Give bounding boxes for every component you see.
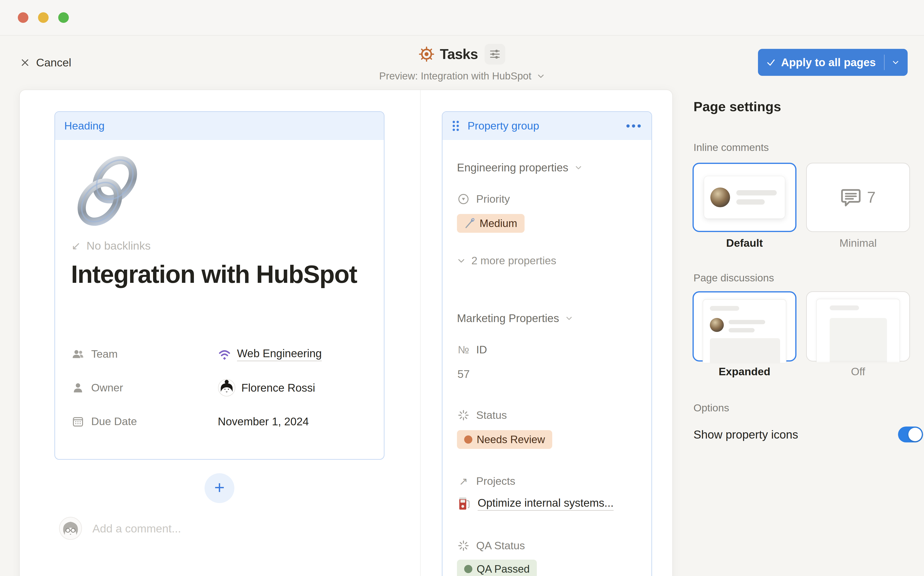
more-properties-toggle[interactable]: 2 more properties: [457, 254, 556, 267]
chevron-down-icon: [565, 314, 573, 322]
heading-section-label: Heading: [64, 120, 105, 132]
qa-status-property-row: QA Status: [457, 537, 525, 554]
expanded-option-label: Expanded: [693, 365, 796, 378]
toggle-knob: [908, 428, 922, 441]
page-title: Tasks: [440, 46, 478, 62]
page-settings-title: Page settings: [694, 99, 781, 114]
comment-count: 7: [867, 189, 876, 206]
fuel-pump-icon: [457, 496, 472, 511]
current-user-avatar: [59, 517, 82, 540]
check-icon: [766, 58, 776, 67]
status-dot-icon: [464, 435, 472, 443]
engineering-group-header[interactable]: Engineering properties: [457, 161, 582, 174]
status-value-text: Needs Review: [477, 434, 545, 446]
backlinks-row[interactable]: ↙ No backlinks: [72, 239, 151, 252]
chain-links-page-icon: [70, 153, 145, 227]
property-group-band: Property group •••: [442, 112, 651, 140]
close-window-button[interactable]: [18, 12, 29, 23]
priority-label: Priority: [476, 193, 510, 205]
team-value[interactable]: Web Engineering: [218, 344, 322, 364]
preview-page-dropdown[interactable]: Preview: Integration with HubSpot: [379, 70, 545, 82]
heading-section-card[interactable]: Heading ↙ No backlinks Integration with …: [54, 111, 385, 460]
add-comment-input[interactable]: [93, 522, 309, 535]
column-divider: [420, 90, 421, 576]
discussions-expanded-option[interactable]: [693, 291, 796, 362]
due-date-value-text: November 1, 2024: [218, 415, 309, 428]
options-label: Options: [694, 402, 729, 414]
due-date-property-row: Due Date: [71, 412, 137, 431]
minimal-option-label: Minimal: [806, 237, 910, 250]
inline-comments-minimal-option[interactable]: 7: [806, 163, 910, 232]
zoom-window-button[interactable]: [58, 12, 69, 23]
default-option-label: Default: [693, 237, 796, 250]
projects-property-row: ↗ Projects: [457, 472, 515, 490]
comment-composer: [59, 517, 309, 540]
window-titlebar: [0, 0, 924, 36]
property-group-card[interactable]: Property group ••• Engineering propertie…: [442, 111, 652, 576]
preview-label: Preview: Integration with HubSpot: [379, 70, 531, 82]
due-date-value[interactable]: November 1, 2024: [218, 412, 309, 431]
priority-property-row: Priority: [457, 190, 510, 208]
drag-handle-icon[interactable]: [451, 119, 460, 133]
florence-avatar: [218, 379, 236, 397]
discussions-off-option[interactable]: [806, 291, 910, 362]
mini-comment-preview: [704, 176, 785, 219]
engineering-group-label: Engineering properties: [457, 161, 568, 174]
more-properties-label: 2 more properties: [471, 254, 556, 267]
page-preview-canvas: Heading ↙ No backlinks Integration with …: [19, 90, 673, 576]
needle-icon: [464, 218, 475, 229]
chevron-down-icon: [575, 164, 582, 171]
status-label: Status: [476, 409, 507, 421]
minimal-preview: 7: [841, 187, 876, 208]
no-backlinks-label: No backlinks: [87, 239, 151, 252]
owner-value[interactable]: Florence Rossi: [218, 378, 315, 397]
mini-avatar: [710, 187, 730, 207]
traffic-lights: [18, 12, 69, 23]
chevron-down-icon: [536, 72, 545, 80]
off-option-label: Off: [806, 365, 910, 378]
heading-section-band: Heading: [55, 112, 384, 140]
marketing-group-header[interactable]: Marketing Properties: [457, 312, 573, 325]
chevron-down-icon[interactable]: [892, 59, 900, 66]
priority-value-text: Medium: [480, 218, 517, 229]
owner-label: Owner: [91, 381, 123, 394]
more-options-icon[interactable]: •••: [626, 119, 643, 133]
backlink-arrow-icon: ↙: [72, 239, 81, 252]
show-property-icons-label: Show property icons: [694, 428, 798, 441]
sliders-icon: [489, 48, 501, 61]
comment-bubble-icon: [841, 187, 861, 208]
apply-to-all-pages-button[interactable]: Apply to all pages: [758, 49, 908, 76]
page-discussions-label: Page discussions: [694, 272, 774, 284]
marketing-group-label: Marketing Properties: [457, 312, 559, 325]
inline-comments-label: Inline comments: [694, 142, 769, 153]
show-property-icons-toggle[interactable]: [898, 427, 923, 442]
team-value-link[interactable]: Web Engineering: [237, 347, 322, 361]
id-value: 57: [457, 368, 470, 381]
view-settings-button[interactable]: [485, 44, 505, 64]
chevron-down-icon: [457, 256, 466, 265]
owner-value-text: Florence Rossi: [241, 381, 315, 394]
project-relation-link[interactable]: Optimize internal systems...: [457, 496, 614, 511]
qa-dot-icon: [464, 565, 472, 573]
qa-spinner-icon: [457, 540, 469, 552]
cancel-button[interactable]: Cancel: [20, 56, 71, 69]
team-icon: [72, 349, 84, 359]
minimize-window-button[interactable]: [38, 12, 49, 23]
arrow-up-right-icon: ↗: [457, 475, 470, 487]
status-value-tag: Needs Review: [457, 430, 552, 449]
property-group-label: Property group: [468, 120, 539, 132]
mini-text-lines: [736, 190, 777, 205]
mini-avatar: [710, 318, 724, 332]
plus-icon: +: [214, 477, 225, 498]
mini-page-preview: [703, 299, 786, 363]
due-date-label: Due Date: [91, 415, 137, 428]
qa-status-label: QA Status: [476, 539, 525, 552]
teamspace-wifi-icon: [218, 347, 231, 361]
inline-comments-default-option[interactable]: [693, 163, 796, 232]
owner-property-row: Owner: [71, 378, 123, 397]
qa-status-value-tag: QA Passed: [457, 560, 537, 576]
priority-icon: [457, 193, 469, 205]
add-section-button[interactable]: +: [204, 473, 235, 503]
team-property-row: Team: [71, 344, 118, 364]
project-link-text: Optimize internal systems...: [478, 496, 614, 511]
